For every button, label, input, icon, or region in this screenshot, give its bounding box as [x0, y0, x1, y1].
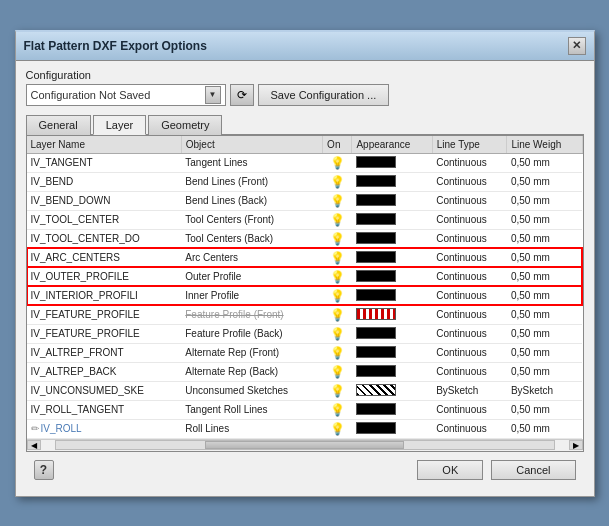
cell-object: Feature Profile (Front) — [181, 305, 322, 324]
cell-line-type: Continuous — [432, 172, 507, 191]
cell-on[interactable]: 💡 — [323, 305, 352, 324]
table-row[interactable]: IV_FEATURE_PROFILEFeature Profile (Front… — [27, 305, 583, 324]
cell-layer-name: IV_FEATURE_PROFILE — [27, 324, 182, 343]
cell-object: Inner Profile — [181, 286, 322, 305]
col-line-weight: Line Weigh — [507, 136, 582, 154]
cell-on[interactable]: 💡 — [323, 267, 352, 286]
tab-layer[interactable]: Layer — [93, 115, 147, 135]
cell-line-type: Continuous — [432, 343, 507, 362]
cell-on[interactable]: 💡 — [323, 153, 352, 172]
help-button[interactable]: ? — [34, 460, 54, 480]
cell-on[interactable]: 💡 — [323, 229, 352, 248]
cancel-button[interactable]: Cancel — [491, 460, 575, 480]
title-bar: Flat Pattern DXF Export Options ✕ — [16, 32, 594, 61]
scrollbar-thumb[interactable] — [205, 441, 404, 449]
col-line-type: Line Type — [432, 136, 507, 154]
table-row[interactable]: IV_INTERIOR_PROFILIInner Profile💡Continu… — [27, 286, 583, 305]
cell-appearance[interactable] — [352, 172, 432, 191]
table-row[interactable]: IV_TOOL_CENTER_DOTool Centers (Back)💡Con… — [27, 229, 583, 248]
cell-layer-name: IV_BEND — [27, 172, 182, 191]
table-row[interactable]: IV_TOOL_CENTERTool Centers (Front)💡Conti… — [27, 210, 583, 229]
color-swatch — [356, 384, 396, 396]
table-row[interactable]: IV_OUTER_PROFILEOuter Profile💡Continuous… — [27, 267, 583, 286]
cell-on[interactable]: 💡 — [323, 400, 352, 419]
cell-appearance[interactable] — [352, 210, 432, 229]
lightbulb-icon: 💡 — [330, 175, 345, 189]
cell-on[interactable]: 💡 — [323, 210, 352, 229]
table-row[interactable]: IV_UNCONSUMED_SKEUnconsumed Sketches💡ByS… — [27, 381, 583, 400]
cell-appearance[interactable] — [352, 267, 432, 286]
table-row[interactable]: ✏IV_ROLLRoll Lines💡Continuous0,50 mm — [27, 419, 583, 438]
lightbulb-icon: 💡 — [330, 156, 345, 170]
cell-line-type: BySketch — [432, 381, 507, 400]
color-swatch — [356, 403, 396, 415]
lightbulb-icon: 💡 — [330, 213, 345, 227]
lightbulb-icon: 💡 — [330, 289, 345, 303]
dropdown-arrow-button[interactable]: ▼ — [205, 86, 221, 104]
ok-button[interactable]: OK — [417, 460, 483, 480]
table-row[interactable]: IV_FEATURE_PROFILEFeature Profile (Back)… — [27, 324, 583, 343]
color-swatch — [356, 270, 396, 282]
cell-line-weight: 0,50 mm — [507, 419, 582, 438]
cell-line-type: Continuous — [432, 229, 507, 248]
tab-general[interactable]: General — [26, 115, 91, 135]
cell-on[interactable]: 💡 — [323, 324, 352, 343]
cell-appearance[interactable] — [352, 153, 432, 172]
cell-on[interactable]: 💡 — [323, 286, 352, 305]
cell-appearance[interactable] — [352, 362, 432, 381]
save-config-button[interactable]: Save Configuration ... — [258, 84, 390, 106]
cell-line-weight: 0,50 mm — [507, 229, 582, 248]
table-container[interactable]: Layer Name Object On Appearance Line Typ… — [27, 136, 583, 439]
tab-geometry[interactable]: Geometry — [148, 115, 222, 135]
cell-on[interactable]: 💡 — [323, 381, 352, 400]
close-button[interactable]: ✕ — [568, 37, 586, 55]
cell-object: Alternate Rep (Back) — [181, 362, 322, 381]
table-row[interactable]: IV_TANGENTTangent Lines💡Continuous0,50 m… — [27, 153, 583, 172]
table-row[interactable]: IV_ALTREP_BACKAlternate Rep (Back)💡Conti… — [27, 362, 583, 381]
cell-line-weight: 0,50 mm — [507, 210, 582, 229]
cell-appearance[interactable] — [352, 248, 432, 267]
cell-appearance[interactable] — [352, 305, 432, 324]
cell-on[interactable]: 💡 — [323, 419, 352, 438]
cell-on[interactable]: 💡 — [323, 172, 352, 191]
config-icon-button[interactable]: ⟳ — [230, 84, 254, 106]
config-dropdown[interactable]: Configuration Not Saved ▼ — [26, 84, 226, 106]
lightbulb-icon: 💡 — [330, 403, 345, 417]
cell-on[interactable]: 💡 — [323, 362, 352, 381]
table-header-row: Layer Name Object On Appearance Line Typ… — [27, 136, 583, 154]
cell-appearance[interactable] — [352, 191, 432, 210]
horizontal-scrollbar[interactable] — [55, 440, 555, 450]
table-row[interactable]: IV_ALTREP_FRONTAlternate Rep (Front)💡Con… — [27, 343, 583, 362]
tabs-container: General Layer Geometry — [26, 114, 584, 135]
cell-layer-name: IV_UNCONSUMED_SKE — [27, 381, 182, 400]
table-row[interactable]: IV_ARC_CENTERSArc Centers💡Continuous0,50… — [27, 248, 583, 267]
cell-line-type: Continuous — [432, 191, 507, 210]
table-row[interactable]: IV_ROLL_TANGENTTangent Roll Lines💡Contin… — [27, 400, 583, 419]
cell-on[interactable]: 💡 — [323, 343, 352, 362]
scroll-left-button[interactable]: ◀ — [27, 440, 41, 450]
col-layer-name: Layer Name — [27, 136, 182, 154]
dialog-title: Flat Pattern DXF Export Options — [24, 39, 207, 53]
scrollbar-area: ◀ ▶ — [27, 439, 583, 451]
cell-line-weight: 0,50 mm — [507, 305, 582, 324]
cell-appearance[interactable] — [352, 343, 432, 362]
cell-appearance[interactable] — [352, 400, 432, 419]
table-row[interactable]: IV_BENDBend Lines (Front)💡Continuous0,50… — [27, 172, 583, 191]
cell-layer-name: IV_FEATURE_PROFILE — [27, 305, 182, 324]
cell-on[interactable]: 💡 — [323, 248, 352, 267]
cell-appearance[interactable] — [352, 419, 432, 438]
cell-on[interactable]: 💡 — [323, 191, 352, 210]
cell-object: Bend Lines (Back) — [181, 191, 322, 210]
cell-appearance[interactable] — [352, 381, 432, 400]
table-row[interactable]: IV_BEND_DOWNBend Lines (Back)💡Continuous… — [27, 191, 583, 210]
color-swatch — [356, 251, 396, 263]
scroll-right-button[interactable]: ▶ — [569, 440, 583, 450]
dialog-window: Flat Pattern DXF Export Options ✕ Config… — [15, 30, 595, 497]
lightbulb-icon: 💡 — [330, 384, 345, 398]
cell-layer-name: IV_TANGENT — [27, 153, 182, 172]
cell-appearance[interactable] — [352, 286, 432, 305]
cell-line-type: Continuous — [432, 267, 507, 286]
cell-appearance[interactable] — [352, 229, 432, 248]
cell-appearance[interactable] — [352, 324, 432, 343]
cell-object: Feature Profile (Back) — [181, 324, 322, 343]
